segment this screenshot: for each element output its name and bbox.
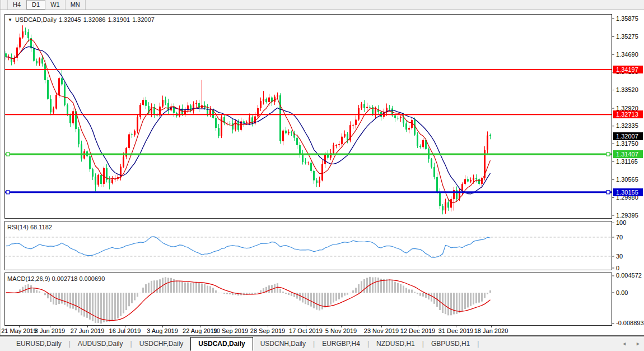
symbol-tab-nzdusd[interactable]: NZDUSD,H1 [369, 337, 422, 350]
chart-symbol: USDCAD,Daily [15, 16, 57, 23]
tab-scrollers: ◄ ► [622, 336, 641, 351]
price-tick-label: 1.32335 [616, 122, 638, 129]
trading-terminal-window: H4D1W1MN ▼USDCAD,Daily1.320451.320861.31… [0, 0, 644, 351]
price-tick-label: 1.34690 [616, 51, 638, 58]
symbol-tab-gbpusd[interactable]: GBPUSD,H1 [424, 337, 477, 350]
date-label: 21 May 2019 [1, 327, 37, 334]
price-tick-label: 1.29395 [616, 212, 638, 219]
date-label: 23 Nov 2019 [364, 327, 399, 334]
date-label: 18 Jan 2020 [474, 327, 508, 334]
chart-high: 1.32086 [83, 16, 106, 23]
date-label: 17 Oct 2019 [289, 327, 323, 334]
macd-title: MACD(12,26,9) 0.002718 0.000690 [7, 275, 105, 282]
price-tick-label: 1.35875 [616, 15, 638, 22]
symbol-tab-eurusd[interactable]: EURUSD,Daily [9, 337, 69, 350]
date-label: 22 Aug 2019 [183, 327, 217, 334]
tab-separator: | [477, 337, 479, 350]
scroll-right-arrow[interactable]: ► [636, 341, 641, 347]
price-badge-1.30155: 1.30155 [613, 188, 643, 196]
price-badge-1.32713: 1.32713 [613, 110, 643, 118]
symbol-tab-eurgbp[interactable]: EURGBP,H4 [315, 337, 367, 350]
macd-value: 0.002718 [52, 275, 77, 282]
rsi-axis-label: 100 [616, 219, 626, 226]
rsi-line [6, 237, 491, 257]
macd-axis-label: 0.004572 [616, 272, 642, 279]
chart-close: 1.32007 [132, 16, 155, 23]
date-label: 31 Dec 2019 [438, 327, 473, 334]
chart-open: 1.32045 [59, 16, 81, 23]
symbol-tabbar: EURUSD,Daily|AUDUSD,Daily|USDCHF,DailyUS… [0, 336, 644, 351]
rsi-value: 68.1182 [30, 224, 52, 230]
rsi-label: RSI(14) [7, 224, 29, 230]
date-label: 8 Jun 2019 [35, 327, 65, 334]
rsi-axis-label: 0 [616, 265, 619, 271]
date-label: 27 Jun 2019 [71, 327, 105, 334]
symbol-tab-usdchf[interactable]: USDCHF,Daily [132, 337, 191, 350]
ma-fast-line [6, 39, 491, 203]
date-label: 10 Sep 2019 [213, 327, 248, 334]
symbol-tab-usdcnh[interactable]: USDCNH,Daily [253, 337, 313, 350]
macd-signal-value: 0.000690 [79, 275, 105, 282]
rsi-axis-label: 30 [616, 253, 623, 260]
price-tick-label: 1.35275 [616, 33, 638, 40]
rsi-axis-label: 70 [616, 234, 623, 241]
price-badge-1.34197: 1.34197 [613, 66, 643, 73]
date-label: 5 Nov 2019 [325, 327, 357, 334]
price-tick-label: 1.31750 [616, 140, 638, 147]
main-panel-border [5, 15, 612, 219]
scroll-left-arrow[interactable]: ◄ [622, 341, 627, 347]
hline-handle-1.30155 [6, 191, 10, 194]
macd-histogram [5, 277, 491, 324]
price-tick-label: 1.31165 [616, 158, 638, 165]
macd-label: MACD(12,26,9) [7, 275, 50, 282]
rsi-title: RSI(14) 68.1182 [7, 224, 52, 230]
price-badge-1.31407: 1.31407 [613, 150, 643, 158]
date-label: 16 Jul 2019 [109, 327, 141, 334]
date-label: 3 Aug 2019 [147, 327, 178, 334]
symbol-tab-audusd[interactable]: AUDUSD,Daily [71, 337, 130, 350]
macd-axis-label: -0.008893 [616, 320, 644, 326]
chart-low: 1.31901 [108, 16, 130, 23]
date-label: 12 Dec 2019 [400, 327, 435, 334]
rsi-panel-border [5, 221, 612, 270]
hline-handle-1.31407 [606, 153, 610, 156]
hline-handle-1.30155 [606, 191, 610, 194]
price-tick-label: 1.33520 [616, 86, 638, 93]
collapse-icon[interactable]: ▼ [8, 17, 12, 22]
macd-axis-label: 0.00 [616, 289, 628, 296]
hline-handle-1.31407 [6, 153, 10, 156]
date-label: 28 Sep 2019 [250, 327, 285, 334]
price-tick-label: 1.30565 [616, 176, 638, 183]
chart-canvas[interactable] [0, 0, 644, 351]
symbol-tab-usdcad[interactable]: USDCAD,Daily [190, 337, 253, 351]
current-price-badge: 1.32007 [613, 132, 643, 140]
chart-title: ▼USDCAD,Daily1.320451.320861.319011.3200… [8, 16, 157, 23]
